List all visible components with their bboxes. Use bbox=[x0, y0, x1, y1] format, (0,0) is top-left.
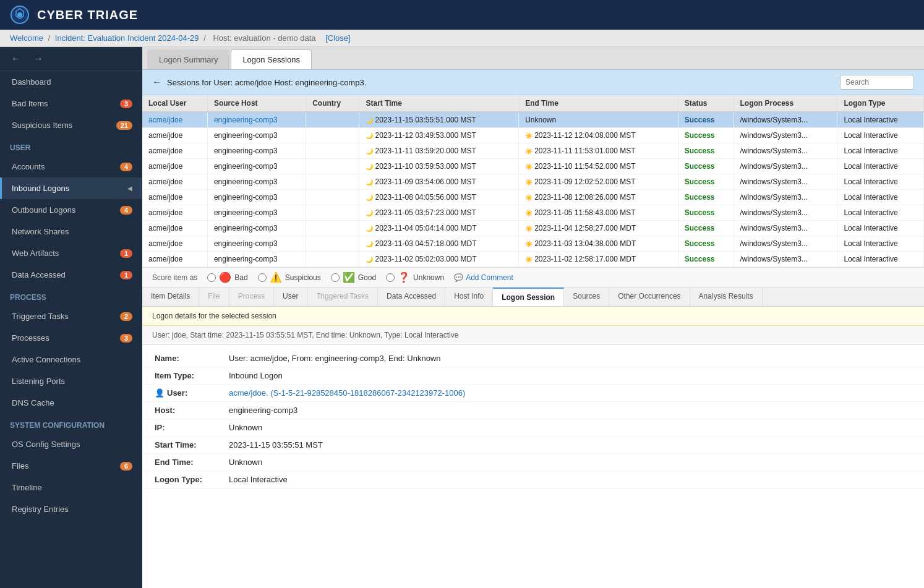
app-logo bbox=[10, 5, 30, 25]
score-good[interactable]: ✅ Good bbox=[331, 271, 376, 283]
tab-logon-sessions[interactable]: Logon Sessions bbox=[231, 49, 312, 69]
breadcrumb-close[interactable]: [Close] bbox=[325, 33, 350, 43]
sidebar-item-accounts[interactable]: Accounts 4 bbox=[0, 156, 142, 177]
cell-logon-process: /windows/System3... bbox=[734, 143, 837, 159]
score-suspicious[interactable]: ⚠️ Suspicious bbox=[258, 271, 321, 283]
sidebar-item-dns-cache[interactable]: DNS Cache bbox=[0, 392, 142, 414]
detail-tab-data-accessed[interactable]: Data Accessed bbox=[378, 288, 445, 306]
detail-tab-process: Process bbox=[229, 288, 274, 306]
score-suspicious-radio[interactable] bbox=[258, 273, 267, 282]
sidebar-item-active-connections[interactable]: Active Connections bbox=[0, 349, 142, 370]
cell-logon-type: Local Interactive bbox=[837, 252, 924, 267]
detail-field-row: IP:Unknown bbox=[142, 419, 924, 437]
detail-field-row: Logon Type:Local Interactive bbox=[142, 471, 924, 488]
sessions-search-input[interactable] bbox=[840, 75, 914, 90]
sidebar-item-registry-entries[interactable]: Registry Entries bbox=[0, 498, 142, 520]
sessions-back-button[interactable]: ← bbox=[152, 77, 162, 88]
detail-tab-analysis-results[interactable]: Analysis Results bbox=[690, 288, 763, 306]
table-row[interactable]: acme/jdoe engineering-comp3 🌙2023-11-02 … bbox=[142, 252, 924, 267]
sidebar-item-triggered-tasks[interactable]: Triggered Tasks 2 bbox=[0, 305, 142, 327]
detail-session-header: User: jdoe, Start time: 2023-11-15 03:55… bbox=[142, 326, 924, 345]
detail-field-value: Local Interactive bbox=[229, 475, 912, 484]
score-bad[interactable]: 🔴 Bad bbox=[207, 271, 247, 283]
detail-field-value: Inbound Logon bbox=[229, 371, 912, 380]
detail-field-value: User: acme/jdoe, From: engineering-comp3… bbox=[229, 354, 912, 363]
bad-icon: 🔴 bbox=[219, 271, 231, 283]
table-row[interactable]: acme/jdoe engineering-comp3 🌙2023-11-05 … bbox=[142, 205, 924, 221]
detail-tab-user[interactable]: User bbox=[274, 288, 307, 306]
detail-tab-host-info[interactable]: Host Info bbox=[445, 288, 493, 306]
sidebar-item-processes[interactable]: Processes 3 bbox=[0, 327, 142, 349]
sidebar-item-files[interactable]: Files 6 bbox=[0, 455, 142, 477]
app-title: CYBER TRIAGE bbox=[37, 8, 138, 22]
score-bad-radio[interactable] bbox=[207, 273, 216, 282]
cell-source-host: engineering-comp3 bbox=[207, 190, 306, 205]
detail-tab-item-details[interactable]: Item Details bbox=[142, 288, 199, 306]
breadcrumb-welcome[interactable]: Welcome bbox=[10, 33, 43, 43]
sidebar-item-outbound-logons[interactable]: Outbound Logons 4 bbox=[0, 199, 142, 221]
sessions-header-text: Sessions for User: acme/jdoe Host: engin… bbox=[167, 78, 366, 87]
cell-source-host: engineering-comp3 bbox=[207, 112, 306, 128]
cell-start-time: 🌙2023-11-12 03:49:53.000 MST bbox=[359, 128, 519, 143]
cell-country bbox=[306, 252, 359, 267]
score-unknown[interactable]: ❓ Unknown bbox=[386, 271, 444, 283]
bad-items-badge: 3 bbox=[120, 100, 132, 108]
sidebar-item-network-shares[interactable]: Network Shares bbox=[0, 221, 142, 242]
app-header: CYBER TRIAGE bbox=[0, 0, 924, 30]
good-icon: ✅ bbox=[343, 271, 355, 283]
table-row[interactable]: acme/jdoe engineering-comp3 🌙2023-11-09 … bbox=[142, 174, 924, 190]
sidebar-item-inbound-logons[interactable]: Inbound Logons ◀ bbox=[0, 177, 142, 199]
cell-start-time: 🌙2023-11-02 05:02:03.000 MDT bbox=[359, 252, 519, 267]
table-row[interactable]: acme/jdoe engineering-comp3 🌙2023-11-12 … bbox=[142, 128, 924, 143]
table-row[interactable]: acme/jdoe engineering-comp3 🌙2023-11-03 … bbox=[142, 236, 924, 252]
add-comment-label: Add Comment bbox=[466, 273, 513, 282]
cell-local-user: acme/jdoe bbox=[142, 174, 207, 190]
table-row[interactable]: acme/jdoe engineering-comp3 🌙2023-11-11 … bbox=[142, 143, 924, 159]
suspicious-icon: ⚠️ bbox=[270, 271, 282, 283]
table-row[interactable]: acme/jdoe engineering-comp3 🌙2023-11-15 … bbox=[142, 112, 924, 128]
web-artifacts-badge: 1 bbox=[120, 249, 132, 258]
score-unknown-label: Unknown bbox=[413, 273, 444, 282]
cell-end-time: ☀️2023-11-04 12:58:27.000 MDT bbox=[519, 221, 678, 236]
detail-field-value[interactable]: acme/jdoe. (S-1-5-21-928528450-181828606… bbox=[229, 388, 912, 398]
cell-logon-type: Local Interactive bbox=[837, 190, 924, 205]
score-good-radio[interactable] bbox=[331, 273, 340, 282]
cell-source-host: engineering-comp3 bbox=[207, 128, 306, 143]
detail-tab-sources[interactable]: Sources bbox=[564, 288, 609, 306]
cell-start-time: 🌙2023-11-10 03:59:53.000 MST bbox=[359, 159, 519, 174]
add-comment-button[interactable]: 💬 Add Comment bbox=[454, 273, 513, 282]
cell-status: Success bbox=[678, 159, 734, 174]
table-header-row: Local User Source Host Country Start Tim… bbox=[142, 95, 924, 112]
cell-logon-process: /windows/System3... bbox=[734, 159, 837, 174]
detail-tab-logon-session[interactable]: Logon Session bbox=[493, 288, 564, 306]
sidebar-item-bad-items[interactable]: Bad Items 3 bbox=[0, 93, 142, 114]
cell-source-host: engineering-comp3 bbox=[207, 252, 306, 267]
sidebar-item-data-accessed[interactable]: Data Accessed 1 bbox=[0, 264, 142, 286]
score-unknown-radio[interactable] bbox=[386, 273, 395, 282]
cell-country bbox=[306, 190, 359, 205]
sidebar-item-dashboard[interactable]: Dashboard bbox=[0, 71, 142, 93]
cell-status: Success bbox=[678, 112, 734, 128]
col-local-user: Local User bbox=[142, 95, 207, 112]
cell-start-time: 🌙2023-11-03 04:57:18.000 MDT bbox=[359, 236, 519, 252]
nav-back-button[interactable]: ← bbox=[7, 52, 25, 66]
sidebar-item-web-artifacts[interactable]: Web Artifacts 1 bbox=[0, 242, 142, 264]
sidebar-item-timeline[interactable]: Timeline bbox=[0, 477, 142, 498]
breadcrumb-incident[interactable]: Incident: Evaluation Incident 2024-04-29 bbox=[55, 33, 199, 43]
cell-country bbox=[306, 236, 359, 252]
col-source-host: Source Host bbox=[207, 95, 306, 112]
cell-end-time: ☀️2023-11-09 12:02:52.000 MST bbox=[519, 174, 678, 190]
nav-forward-button[interactable]: → bbox=[30, 52, 47, 66]
svg-point-1 bbox=[17, 12, 22, 17]
table-row[interactable]: acme/jdoe engineering-comp3 🌙2023-11-08 … bbox=[142, 190, 924, 205]
table-row[interactable]: acme/jdoe engineering-comp3 🌙2023-11-10 … bbox=[142, 159, 924, 174]
tab-logon-summary[interactable]: Logon Summary bbox=[147, 49, 229, 69]
cell-end-time: ☀️2023-11-08 12:08:26.000 MST bbox=[519, 190, 678, 205]
cell-source-host: engineering-comp3 bbox=[207, 174, 306, 190]
sidebar-item-suspicious-items[interactable]: Suspicious Items 21 bbox=[0, 114, 142, 136]
table-row[interactable]: acme/jdoe engineering-comp3 🌙2023-11-04 … bbox=[142, 221, 924, 236]
detail-field-value: 2023-11-15 03:55:51 MST bbox=[229, 440, 912, 450]
sidebar-item-os-config-settings[interactable]: OS Config Settings bbox=[0, 433, 142, 455]
sidebar-item-listening-ports[interactable]: Listening Ports bbox=[0, 370, 142, 392]
detail-tab-other-occurrences[interactable]: Other Occurrences bbox=[609, 288, 690, 306]
